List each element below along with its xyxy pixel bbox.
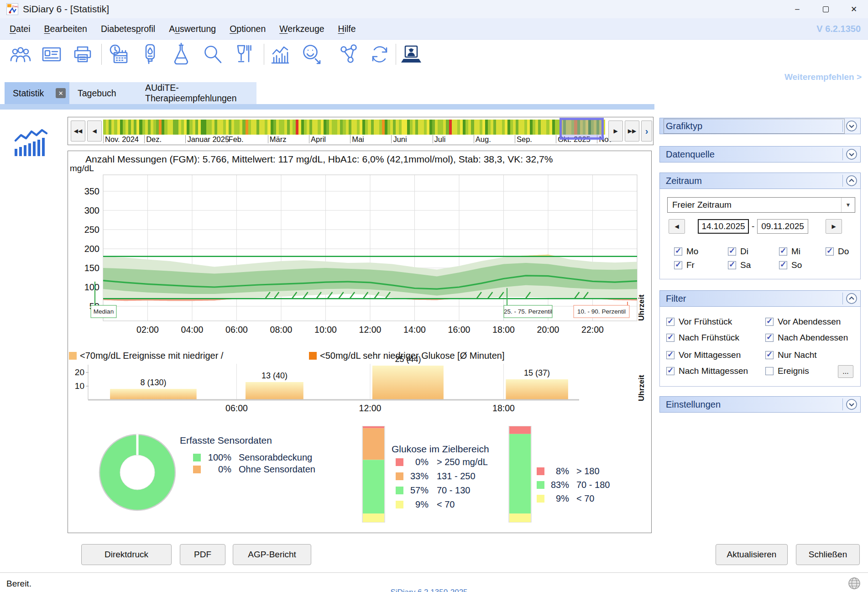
checkbox[interactable]: [666, 351, 675, 359]
panel-filter[interactable]: Filter: [659, 290, 861, 307]
tab-tagebuch[interactable]: Tagebuch: [69, 82, 137, 104]
weekday-di[interactable]: Di: [728, 246, 748, 257]
filter-vor-mittagessen[interactable]: Vor Mittagessen: [666, 350, 741, 360]
sync-icon[interactable]: [368, 42, 392, 66]
chevron-down-icon[interactable]: [846, 398, 858, 410]
filter-nach-abendessen[interactable]: Nach Abendessen: [765, 333, 848, 343]
chevron-up-icon[interactable]: [846, 293, 858, 304]
checkbox[interactable]: [666, 318, 675, 326]
checkbox[interactable]: [826, 247, 834, 256]
tab-audite[interactable]: AUdiTE-Therapieempfehlungen: [137, 82, 256, 104]
glucose-meter-icon[interactable]: [138, 42, 162, 66]
weekday-mi[interactable]: Mi: [779, 246, 800, 257]
menu-item-werkzeuge[interactable]: Werkzeuge: [272, 24, 331, 34]
checkbox-label: Nach Mittagessen: [679, 366, 748, 376]
filter-ereignis[interactable]: Ereignis: [765, 366, 809, 376]
date-from-field[interactable]: 14.10.2025: [698, 219, 749, 234]
weekday-mo[interactable]: Mo: [674, 246, 698, 257]
agp-bericht-button[interactable]: AGP-Bericht: [233, 544, 311, 565]
timeline-last-button[interactable]: ▶▶: [625, 120, 639, 141]
menu-item-diabetesprofil[interactable]: Diabetesprofil: [94, 24, 162, 34]
menu-item-bearbeiten[interactable]: Bearbeiten: [37, 24, 94, 34]
tab-label: Tagebuch: [78, 88, 116, 99]
zeitraum-dropdown[interactable]: Freier Zeitraum ▼: [667, 197, 855, 213]
filter-nach-fr-hst-ck[interactable]: Nach Frühstück: [666, 333, 739, 343]
chevron-down-icon[interactable]: [846, 120, 858, 132]
low-xtick: 06:00: [225, 403, 248, 413]
users-icon[interactable]: [9, 42, 32, 66]
tir1-pct: 9%: [415, 499, 429, 509]
menu-item-hilfe[interactable]: Hilfe: [331, 24, 363, 34]
checkbox[interactable]: [779, 247, 787, 256]
smiley-export-icon[interactable]: [300, 42, 324, 66]
filter-vor-fr-hst-ck[interactable]: Vor Frühstück: [666, 317, 732, 327]
filter-nach-mittagessen[interactable]: Nach Mittagessen: [666, 366, 748, 376]
timeline-month-label: Juli: [434, 135, 446, 144]
window-title: SiDiary 6 - [Statistik]: [23, 4, 109, 15]
pdf-button[interactable]: PDF: [180, 544, 225, 565]
tab-statistik[interactable]: Statistik ✕: [5, 82, 69, 104]
checkbox[interactable]: [728, 247, 736, 256]
statistics-icon[interactable]: [268, 42, 292, 66]
checkbox[interactable]: [674, 247, 682, 256]
panel-datenquelle[interactable]: Datenquelle: [659, 146, 861, 162]
schlie-en-button[interactable]: Schließen: [796, 544, 860, 565]
panel-grafiktyp[interactable]: Grafiktyp: [659, 118, 861, 134]
timeline-next-button[interactable]: ▶: [608, 120, 623, 141]
checkbox[interactable]: [765, 318, 774, 326]
checkbox[interactable]: [765, 334, 774, 342]
low-bar-label: 25 (44): [395, 355, 421, 364]
share-icon[interactable]: [337, 42, 361, 66]
timeline-heatmap[interactable]: [103, 120, 605, 135]
sensor-title: Erfasste Sensordaten: [180, 435, 272, 445]
checkbox[interactable]: [728, 261, 736, 269]
checkbox[interactable]: [674, 261, 682, 269]
printer-icon[interactable]: [71, 42, 94, 66]
timeline-selection[interactable]: [559, 118, 604, 140]
date-to-field[interactable]: 09.11.2025: [757, 219, 808, 234]
sensor-pct: 0%: [218, 464, 231, 474]
tir2-range: < 70: [576, 493, 594, 503]
filter-nur-nacht[interactable]: Nur Nacht: [765, 350, 817, 360]
chevron-down-icon[interactable]: [846, 148, 858, 160]
agp-xtick: 14:00: [403, 325, 426, 335]
weekday-so[interactable]: So: [779, 260, 802, 270]
contact-card-icon[interactable]: [40, 42, 63, 66]
panel-einstellungen[interactable]: Einstellungen: [659, 396, 861, 413]
date-forward-button[interactable]: ▶: [826, 219, 842, 234]
filter-more-button[interactable]: ...: [838, 365, 853, 378]
weekday-fr[interactable]: Fr: [674, 260, 695, 270]
timeline-forward-button[interactable]: ›: [641, 120, 652, 141]
checkbox[interactable]: [666, 334, 675, 342]
tab-close-icon[interactable]: ✕: [56, 88, 66, 98]
weekday-do[interactable]: Do: [826, 246, 849, 257]
title-bar: Diary SiDiary 6 - [Statistik] – ✕: [0, 0, 868, 18]
aktualisieren-button[interactable]: Aktualisieren: [716, 544, 788, 565]
clock-calendar-icon[interactable]: [107, 42, 131, 66]
menu-item-auswertung[interactable]: Auswertung: [162, 24, 223, 34]
direktdruck-button[interactable]: Direktdruck: [81, 544, 172, 565]
lab-flask-icon[interactable]: [169, 42, 193, 66]
timeline-first-button[interactable]: ◀◀: [71, 120, 85, 141]
checkbox[interactable]: [765, 351, 774, 359]
checkbox[interactable]: [779, 261, 787, 269]
timeline-prev-button[interactable]: ◀: [87, 120, 102, 141]
date-back-button[interactable]: ◀: [669, 219, 685, 234]
checkbox[interactable]: [765, 367, 774, 375]
food-drink-icon[interactable]: [231, 42, 255, 66]
weekday-sa[interactable]: Sa: [728, 260, 751, 270]
panel-zeitraum[interactable]: Zeitraum: [659, 173, 861, 189]
filter-vor-abendessen[interactable]: Vor Abendessen: [765, 317, 841, 327]
telemedicine-icon[interactable]: [399, 42, 423, 66]
tir-title: Glukose im Zielbereich: [392, 444, 489, 454]
menu-item-datei[interactable]: Datei: [3, 24, 37, 34]
tir2-pct: 9%: [556, 493, 569, 503]
maximize-button[interactable]: [811, 0, 840, 18]
minimize-button[interactable]: –: [783, 0, 811, 18]
chevron-up-icon[interactable]: [846, 175, 858, 187]
recommend-link[interactable]: Weiterempfehlen >: [784, 72, 862, 82]
search-icon[interactable]: [200, 42, 224, 66]
menu-item-optionen[interactable]: Optionen: [223, 24, 272, 34]
close-button[interactable]: ✕: [840, 0, 868, 18]
checkbox[interactable]: [666, 367, 675, 375]
